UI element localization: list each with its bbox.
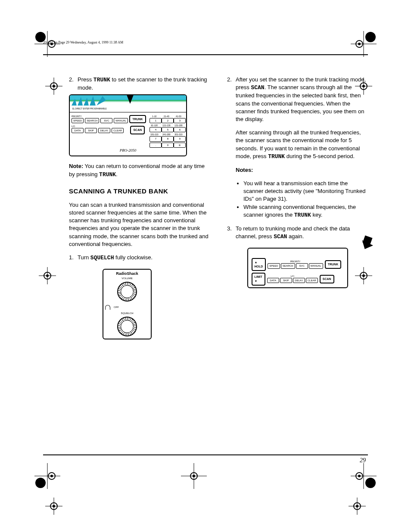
manual-button: MANUAL <box>309 263 323 268</box>
hold-button: ▲HOLD <box>252 258 266 271</box>
figure-control-panel: ▲HOLD PRIORITY SPEED SEARCH SVC MANUAL <box>247 248 348 288</box>
key-2: 2 <box>162 118 174 123</box>
off-label: OFF <box>114 305 151 309</box>
svg-point-35 <box>193 475 195 477</box>
label: 301-310 <box>174 133 183 136</box>
step-3: 3. To return to trunking mode and check … <box>227 225 368 241</box>
svg-point-36 <box>365 478 376 488</box>
brand-label: RadioShack <box>103 270 151 277</box>
key-e: E <box>174 143 186 148</box>
manual-button: MANUAL <box>114 118 128 123</box>
svg-marker-53 <box>97 96 106 106</box>
model-label: PRO-2050 <box>70 148 186 153</box>
label: 21-40 <box>162 115 171 118</box>
svg-marker-50 <box>78 97 83 106</box>
step-2b: 2. After you set the scanner to the trun… <box>227 76 368 123</box>
svg-point-45 <box>354 503 361 510</box>
limit-button: LIMIT▼ <box>252 273 265 286</box>
content-columns: 2. Press TRUNK to set the scanner to the… <box>69 73 368 454</box>
svg-point-46 <box>356 505 358 507</box>
key-7: 7 <box>149 136 162 141</box>
search-button: SEARCH <box>281 263 295 268</box>
key-0: 0 <box>162 143 174 148</box>
body-paragraph: You can scan a trunked transmission and … <box>69 201 210 248</box>
search-button: SEARCH <box>85 118 99 123</box>
label: L/O <box>267 275 318 278</box>
key-3: 3 <box>174 118 186 123</box>
svg-point-40 <box>358 475 361 477</box>
scan-button: SCAN <box>320 275 334 283</box>
key-trunk: TRUNK <box>99 171 116 178</box>
note-item: You will hear a transmission each time t… <box>243 180 368 203</box>
squelch-label: SQUELCH <box>103 311 151 315</box>
crop-mark-icon <box>344 493 370 519</box>
trunk-button: TRUNK <box>325 260 342 269</box>
svg-point-6 <box>365 32 376 42</box>
key-trunk: TRUNK <box>268 153 285 160</box>
volume-knob-icon <box>117 282 137 302</box>
page: 20-432.fm Page 29 Wednesday, August 4, 1… <box>0 0 411 532</box>
label: 121-130 <box>162 124 171 127</box>
clear-button: CLEAR <box>306 278 318 283</box>
delay-button: DELAY <box>293 278 305 283</box>
svg-point-27 <box>35 478 46 488</box>
svg-marker-52 <box>90 96 96 106</box>
label: PRIORITY <box>72 115 128 118</box>
svg-point-41 <box>50 503 57 510</box>
right-column: 2. After you set the scanner to the trun… <box>227 73 368 454</box>
note-item: While scanning conventional frequencies,… <box>243 203 368 219</box>
key-scan: SCAN <box>274 233 287 240</box>
crop-mark-icon <box>34 463 60 489</box>
key-6: 6 <box>174 127 186 132</box>
display-subtitle: EL DIRECT ENTER PROGRAMMABLE <box>70 107 186 111</box>
crop-mark-icon <box>41 493 67 519</box>
label: L/O <box>72 125 128 128</box>
delay-button: DELAY <box>98 128 110 133</box>
label: HOLD <box>255 265 263 268</box>
key-5: 5 <box>162 127 174 132</box>
step-text: Press TRUNK to set the scanner to the tr… <box>78 76 210 92</box>
step-number: 1. <box>69 254 78 262</box>
step-text: After you set the scanner to the trunk t… <box>236 76 368 123</box>
svg-marker-51 <box>84 98 89 106</box>
notes-list: You will hear a transmission each time t… <box>236 180 368 219</box>
step-number: 2. <box>69 76 78 92</box>
notes-label-paragraph: Notes: <box>236 166 368 174</box>
text: Turn <box>78 254 90 261</box>
label: PRIORITY <box>268 260 323 263</box>
arrow-down-icon <box>126 94 134 104</box>
key-trunk: TRUNK <box>294 212 311 218</box>
left-column: 2. Press TRUNK to set the scanner to the… <box>69 73 210 454</box>
trunk-button: TRUNK <box>129 115 146 124</box>
label: 1-10 <box>149 115 159 118</box>
crop-mark-icon <box>351 463 377 489</box>
step-number: 3. <box>227 225 236 241</box>
step-2: 2. Press TRUNK to set the scanner to the… <box>69 76 210 92</box>
label: 41-50 <box>174 115 183 118</box>
crop-mark-icon <box>34 263 60 289</box>
label: 61-120 <box>149 124 159 127</box>
clear-button: CLEAR <box>112 128 124 133</box>
note-paragraph: Note: You can return to conventional mod… <box>69 162 210 178</box>
key-dot: . <box>149 143 162 148</box>
control-squelch: SQUELCH <box>90 255 114 261</box>
figure-volume-squelch: RadioShack VOLUME OFF SQUELCH <box>103 269 152 339</box>
speed-button: SPEED <box>72 118 84 123</box>
key-9: 9 <box>174 136 186 141</box>
svg-point-15 <box>50 83 57 90</box>
headphone-icon <box>105 305 110 310</box>
svc-button: SVC <box>100 118 112 123</box>
body-paragraph: After scanning through all the trunked f… <box>236 129 368 161</box>
text: key. <box>311 212 323 218</box>
step-number: 2. <box>227 76 236 123</box>
data-button: DATA <box>72 128 84 133</box>
svg-point-34 <box>190 473 197 479</box>
svg-point-20 <box>46 274 49 277</box>
svg-point-31 <box>50 475 53 477</box>
svg-point-39 <box>356 473 363 479</box>
svg-point-19 <box>44 272 51 279</box>
footer-rule <box>43 454 368 455</box>
crop-mark-icon <box>41 73 67 99</box>
header-rule <box>43 54 368 55</box>
header-filename: 20-432.fm Page 29 Wednesday, August 4, 1… <box>43 40 123 44</box>
